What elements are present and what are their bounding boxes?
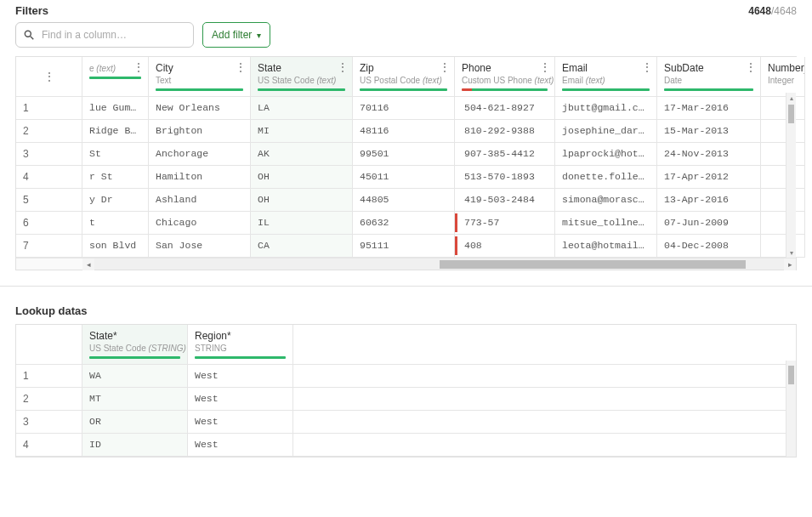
cell-email[interactable]: mitsue_tollner@yah… (555, 212, 657, 235)
cell-city[interactable]: Chicago (149, 212, 251, 235)
column-header-address[interactable]: e (text)⋮ (82, 57, 149, 97)
cell-subdate[interactable]: 04-Dec-2008 (657, 235, 761, 258)
row-number[interactable]: 2 (16, 120, 82, 143)
row-number[interactable]: 6 (16, 212, 82, 235)
main-table-hscroll[interactable]: ◂ ▸ (16, 258, 796, 270)
cell-region[interactable]: West (188, 388, 293, 411)
cell-city[interactable]: Brighton (149, 120, 251, 143)
cell-number_of[interactable] (761, 235, 805, 258)
cell-state[interactable]: MI (251, 120, 353, 143)
cell-number_of[interactable] (761, 212, 805, 235)
kebab-icon[interactable]: ⋮ (235, 60, 247, 74)
cell-state[interactable]: OH (251, 166, 353, 189)
vscroll-down-arrow[interactable]: ▾ (786, 247, 796, 258)
cell-number_of[interactable] (761, 166, 805, 189)
cell-phone[interactable]: 773-57 (455, 212, 555, 235)
cell-email[interactable]: simona@morasca.com (555, 189, 657, 212)
add-filter-button[interactable]: Add filter ▾ (202, 22, 270, 48)
cell-address[interactable]: Ridge Blvd (82, 120, 149, 143)
cell-phone[interactable]: 513-570-1893 (455, 166, 555, 189)
cell-state[interactable]: WA (82, 365, 188, 388)
cell-email[interactable]: jbutt@gmail.com (555, 97, 657, 120)
cell-zip[interactable]: 99501 (353, 143, 455, 166)
hscroll-right-arrow[interactable]: ▸ (784, 258, 796, 270)
kebab-icon[interactable]: ⋮ (43, 70, 55, 83)
cell-city[interactable]: Anchorage (149, 143, 251, 166)
row-number[interactable]: 3 (16, 411, 82, 434)
row-number[interactable]: 7 (16, 235, 82, 258)
kebab-icon[interactable]: ⋮ (439, 60, 451, 74)
cell-phone[interactable]: 408 (455, 235, 555, 258)
column-header-email[interactable]: EmailEmail (text)⋮ (555, 57, 657, 97)
cell-zip[interactable]: 70116 (353, 97, 455, 120)
cell-region[interactable]: West (188, 411, 293, 434)
cell-zip[interactable]: 48116 (353, 120, 455, 143)
cell-zip[interactable]: 45011 (353, 166, 455, 189)
cell-city[interactable]: New Orleans (149, 97, 251, 120)
cell-email[interactable]: leota@hotmail.com (555, 235, 657, 258)
column-header-state[interactable]: StateUS State Code (text)⋮ (251, 57, 353, 97)
hscroll-left-arrow[interactable]: ◂ (82, 258, 94, 270)
cell-city[interactable]: San Jose (149, 235, 251, 258)
cell-phone[interactable]: 810-292-9388 (455, 120, 555, 143)
cell-subdate[interactable]: 15-Mar-2013 (657, 120, 761, 143)
cell-email[interactable]: josephine_darakjy@… (555, 120, 657, 143)
search-input[interactable] (40, 28, 186, 42)
column-header-number_of[interactable]: Number_ofInteger (761, 57, 805, 97)
cell-subdate[interactable]: 07-Jun-2009 (657, 212, 761, 235)
lookup-column-header[interactable]: Region*STRING (188, 325, 293, 365)
cell-address[interactable]: r St (82, 166, 149, 189)
cell-phone[interactable]: 504-621-8927 (455, 97, 555, 120)
cell-city[interactable]: Ashland (149, 189, 251, 212)
cell-state[interactable]: LA (251, 97, 353, 120)
column-header-phone[interactable]: PhoneCustom US Phone (text)⋮ (455, 57, 555, 97)
row-number[interactable]: 4 (16, 166, 82, 189)
kebab-icon[interactable]: ⋮ (133, 60, 145, 74)
lookup-table-vscroll[interactable] (786, 361, 796, 457)
cell-email[interactable]: lpaprocki@hotmail.… (555, 143, 657, 166)
cell-state[interactable]: AK (251, 143, 353, 166)
cell-number_of[interactable] (761, 97, 805, 120)
hscroll-thumb[interactable] (440, 260, 747, 269)
cell-zip[interactable]: 44805 (353, 189, 455, 212)
cell-region[interactable]: West (188, 365, 293, 388)
kebab-icon[interactable]: ⋮ (745, 60, 757, 74)
row-number[interactable]: 4 (16, 434, 82, 457)
column-header-city[interactable]: CityText⋮ (149, 57, 251, 97)
cell-state[interactable]: IL (251, 212, 353, 235)
main-table-vscroll[interactable]: ▴ ▾ (786, 93, 796, 258)
cell-subdate[interactable]: 17-Mar-2016 (657, 97, 761, 120)
cell-state[interactable]: OH (251, 189, 353, 212)
lookup-column-header[interactable]: State*US State Code (STRING) (82, 325, 188, 365)
cell-zip[interactable]: 60632 (353, 212, 455, 235)
kebab-icon[interactable]: ⋮ (539, 60, 551, 74)
cell-subdate[interactable]: 17-Apr-2012 (657, 166, 761, 189)
cell-state[interactable]: OR (82, 411, 188, 434)
row-number[interactable]: 1 (16, 97, 82, 120)
kebab-icon[interactable]: ⋮ (337, 60, 349, 74)
cell-zip[interactable]: 95111 (353, 235, 455, 258)
cell-state[interactable]: MT (82, 388, 188, 411)
cell-state[interactable]: CA (251, 235, 353, 258)
kebab-icon[interactable]: ⋮ (641, 60, 653, 74)
vscroll-thumb[interactable] (788, 366, 794, 384)
cell-address[interactable]: St (82, 143, 149, 166)
cell-phone[interactable]: 419-503-2484 (455, 189, 555, 212)
cell-address[interactable]: son Blvd (82, 235, 149, 258)
cell-city[interactable]: Hamilton (149, 166, 251, 189)
vscroll-up-arrow[interactable]: ▴ (786, 93, 796, 103)
row-number[interactable]: 2 (16, 388, 82, 411)
row-number[interactable]: 5 (16, 189, 82, 212)
cell-number_of[interactable] (761, 120, 805, 143)
cell-address[interactable]: y Dr (82, 189, 149, 212)
column-header-subdate[interactable]: SubDateDate⋮ (657, 57, 761, 97)
cell-phone[interactable]: 907-385-4412 (455, 143, 555, 166)
row-number[interactable]: 3 (16, 143, 82, 166)
column-search[interactable] (15, 22, 194, 48)
cell-subdate[interactable]: 24-Nov-2013 (657, 143, 761, 166)
row-number[interactable]: 1 (16, 365, 82, 388)
column-header-zip[interactable]: ZipUS Postal Code (text)⋮ (353, 57, 455, 97)
cell-email[interactable]: donette.foller@cox… (555, 166, 657, 189)
cell-address[interactable]: t (82, 212, 149, 235)
cell-address[interactable]: lue Gum St (82, 97, 149, 120)
